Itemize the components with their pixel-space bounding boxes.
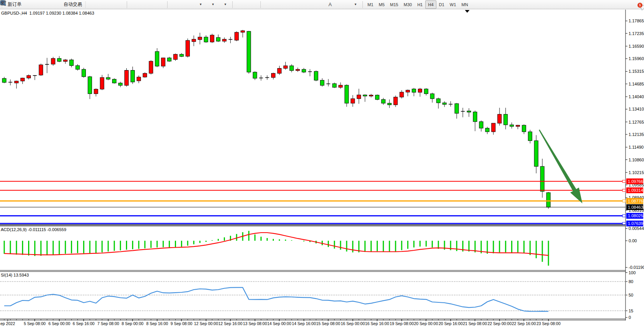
svg-text:1.17865: 1.17865 — [629, 18, 644, 23]
svg-text:8 Sep 16:00: 8 Sep 16:00 — [146, 321, 168, 326]
svg-text:21 Sep 08:00: 21 Sep 08:00 — [463, 321, 487, 326]
svg-text:1.15960: 1.15960 — [629, 56, 644, 61]
svg-text:1.12135: 1.12135 — [629, 132, 644, 137]
svg-text:1.09314: 1.09314 — [628, 188, 643, 193]
svg-text:1.15315: 1.15315 — [629, 69, 644, 74]
svg-text:80: 80 — [629, 279, 633, 284]
mt4-window: 新订单 自动交易 ▼ ▼ ▼ E F A T ▼ — [0, 0, 644, 327]
svg-text:1.08776: 1.08776 — [628, 199, 643, 203]
svg-text:15: 15 — [629, 309, 633, 313]
svg-text:0.005444: 0.005444 — [629, 226, 644, 231]
svg-text:16 Sep 16:00: 16 Sep 16:00 — [365, 321, 389, 326]
svg-text:16 Sep 00:00: 16 Sep 00:00 — [341, 321, 365, 326]
svg-text:20 Sep 00:00: 20 Sep 00:00 — [414, 321, 438, 326]
svg-text:1.07639: 1.07639 — [628, 221, 643, 226]
svg-text:-0.011903: -0.011903 — [629, 265, 644, 270]
svg-text:1.17235: 1.17235 — [629, 31, 644, 36]
svg-text:1.13410: 1.13410 — [629, 107, 644, 111]
price-chart-canvas[interactable]: 1.178651.172351.165901.159601.153151.146… — [0, 0, 644, 327]
svg-text:13 Sep 08:00: 13 Sep 08:00 — [243, 321, 267, 326]
svg-text:1.12765: 1.12765 — [629, 120, 644, 124]
svg-text:1.08025: 1.08025 — [628, 213, 643, 218]
svg-text:22 Sep 00:00: 22 Sep 00:00 — [488, 321, 512, 326]
svg-text:100: 100 — [629, 270, 636, 275]
svg-text:0: 0 — [629, 315, 631, 320]
svg-text:50: 50 — [629, 293, 633, 297]
svg-text:0.00: 0.00 — [629, 238, 637, 243]
svg-text:6 Sep 16:00: 6 Sep 16:00 — [73, 321, 95, 326]
svg-text:6 Sep 00:00: 6 Sep 00:00 — [49, 321, 70, 326]
svg-text:22 Sep 16:00: 22 Sep 16:00 — [512, 321, 536, 326]
svg-text:ep 2022: ep 2022 — [0, 321, 15, 326]
svg-text:12 Sep 00:00: 12 Sep 00:00 — [194, 321, 218, 326]
svg-text:14 Sep 16:00: 14 Sep 16:00 — [292, 321, 316, 326]
svg-text:9 Sep 08:00: 9 Sep 08:00 — [171, 321, 193, 326]
svg-text:1.14685: 1.14685 — [629, 82, 644, 86]
svg-text:1.11490: 1.11490 — [629, 145, 644, 149]
svg-text:12 Sep 16:00: 12 Sep 16:00 — [218, 321, 243, 326]
svg-text:1.14040: 1.14040 — [629, 94, 644, 99]
macd-indicator-label: ACD(12,26,9) -0.011115 -0.006559 — [1, 227, 66, 232]
svg-text:14 Sep 00:00: 14 Sep 00:00 — [267, 321, 292, 326]
svg-text:1.09766: 1.09766 — [628, 179, 643, 184]
svg-text:19 Sep 08:00: 19 Sep 08:00 — [390, 321, 414, 326]
svg-text:1.10860: 1.10860 — [629, 158, 644, 162]
down-arrow-annotation — [539, 129, 582, 203]
svg-text:5 Sep 08:00: 5 Sep 08:00 — [24, 321, 46, 326]
chart-symbol-ohlc-label: GBPUSD-,H4 1.09197 1.09230 1.08384 1.084… — [1, 11, 94, 15]
svg-text:1.16590: 1.16590 — [629, 44, 644, 49]
svg-text:23 Sep 08:00: 23 Sep 08:00 — [537, 321, 561, 326]
svg-text:1.10215: 1.10215 — [629, 170, 644, 175]
rsi-indicator-label: SI(14) 13.5943 — [1, 273, 29, 277]
svg-text:1.08463: 1.08463 — [628, 205, 643, 210]
svg-text:7 Sep 08:00: 7 Sep 08:00 — [97, 321, 119, 326]
svg-text:15 Sep 08:00: 15 Sep 08:00 — [316, 321, 340, 326]
svg-text:8 Sep 00:00: 8 Sep 00:00 — [122, 321, 144, 326]
svg-text:20 Sep 16:00: 20 Sep 16:00 — [439, 321, 463, 326]
